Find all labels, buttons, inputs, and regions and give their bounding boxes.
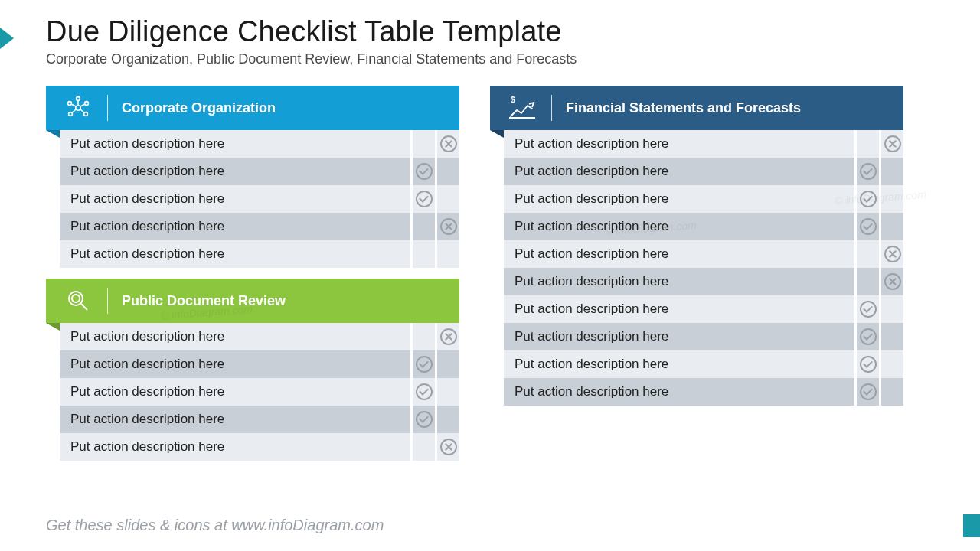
- check-cell: [854, 158, 879, 185]
- cross-cell: [879, 130, 903, 158]
- check-cell: [410, 158, 435, 185]
- table-row: Put action description here: [504, 323, 903, 350]
- check-cell: [410, 378, 435, 406]
- row-label: Put action description here: [60, 439, 410, 455]
- table-row: Put action description here: [60, 185, 459, 213]
- check-cell: [854, 295, 879, 323]
- svg-line-4: [71, 104, 76, 106]
- cross-cell: [435, 433, 459, 461]
- svg-text:$: $: [511, 96, 515, 104]
- check-cell: [854, 185, 879, 213]
- page-title: Due Diligence Checklist Table Template: [46, 15, 934, 48]
- check-icon: [860, 383, 877, 400]
- check-cell: [410, 433, 435, 461]
- row-label: Put action description here: [504, 219, 854, 234]
- check-icon: [416, 356, 433, 373]
- magnifier-icon: [63, 288, 93, 314]
- cross-cell: [879, 378, 903, 406]
- svg-line-6: [80, 104, 85, 106]
- row-label: Put action description here: [504, 191, 854, 207]
- cross-cell: [435, 130, 459, 158]
- page-subtitle: Corporate Organization, Public Document …: [46, 51, 934, 67]
- table-row: Put action description here: [504, 295, 903, 323]
- section-financial: $ Financial Statements and Forecasts Put…: [490, 86, 903, 406]
- table-row: Put action description here: [60, 240, 459, 268]
- check-cell: [854, 240, 879, 268]
- row-label: Put action description here: [504, 164, 854, 179]
- check-cell: [854, 268, 879, 295]
- check-cell: [410, 240, 435, 268]
- cross-cell: [879, 350, 903, 378]
- accent-tab-left: [0, 28, 14, 49]
- rows-public: Put action description herePut action de…: [60, 323, 459, 461]
- row-label: Put action description here: [60, 384, 410, 399]
- svg-point-7: [69, 112, 73, 116]
- table-row: Put action description here: [504, 268, 903, 295]
- section-header-public: Public Document Review: [46, 279, 459, 323]
- check-icon: [860, 191, 877, 207]
- svg-point-12: [72, 295, 80, 302]
- table-row: Put action description here: [504, 213, 903, 240]
- check-cell: [854, 378, 879, 406]
- table-row: Put action description here: [60, 213, 459, 240]
- footer-text: Get these slides & icons at www.infoDiag…: [46, 517, 384, 534]
- check-cell: [410, 350, 435, 378]
- row-label: Put action description here: [60, 329, 410, 344]
- cross-cell: [879, 185, 903, 213]
- accent-tab-right: [963, 514, 980, 537]
- table-row: Put action description here: [504, 350, 903, 378]
- cross-cell: [435, 378, 459, 406]
- check-cell: [854, 213, 879, 240]
- row-label: Put action description here: [504, 246, 854, 262]
- rows-corporate: Put action description herePut action de…: [60, 130, 459, 268]
- table-row: Put action description here: [504, 185, 903, 213]
- slide: Due Diligence Checklist Table Template C…: [0, 0, 980, 551]
- svg-line-10: [80, 109, 84, 113]
- rows-financial: Put action description herePut action de…: [504, 130, 903, 406]
- cross-cell: [879, 240, 903, 268]
- cross-icon: [440, 135, 457, 152]
- cross-icon: [440, 218, 457, 235]
- check-cell: [854, 323, 879, 350]
- row-label: Put action description here: [504, 274, 854, 289]
- check-cell: [410, 185, 435, 213]
- table-row: Put action description here: [504, 158, 903, 185]
- table-row: Put action description here: [60, 323, 459, 350]
- check-cell: [410, 406, 435, 433]
- section-title-financial: Financial Statements and Forecasts: [566, 100, 801, 116]
- cross-cell: [879, 323, 903, 350]
- row-label: Put action description here: [60, 164, 410, 179]
- check-icon: [416, 163, 433, 180]
- table-row: Put action description here: [504, 378, 903, 406]
- section-corporate: Corporate Organization Put action descri…: [46, 86, 459, 268]
- check-icon: [860, 301, 877, 318]
- cross-cell: [879, 213, 903, 240]
- ribbon-notch: [490, 130, 504, 138]
- row-label: Put action description here: [504, 136, 854, 152]
- network-icon: [63, 94, 93, 122]
- check-cell: [410, 130, 435, 158]
- check-icon: [860, 328, 877, 345]
- svg-line-8: [72, 109, 76, 113]
- row-label: Put action description here: [60, 219, 410, 234]
- check-icon: [416, 383, 433, 400]
- svg-point-0: [76, 106, 80, 110]
- table-row: Put action description here: [60, 130, 459, 158]
- cross-icon: [884, 273, 901, 290]
- table-row: Put action description here: [60, 158, 459, 185]
- row-label: Put action description here: [60, 136, 410, 152]
- header-separator: [551, 95, 552, 121]
- ribbon-notch: [46, 130, 60, 138]
- right-column: $ Financial Statements and Forecasts Put…: [490, 86, 903, 471]
- cross-icon: [440, 328, 457, 345]
- check-cell: [410, 323, 435, 350]
- content-columns: Corporate Organization Put action descri…: [46, 86, 934, 471]
- cross-cell: [435, 213, 459, 240]
- check-cell: [854, 130, 879, 158]
- table-row: Put action description here: [60, 433, 459, 461]
- row-label: Put action description here: [60, 357, 410, 372]
- row-label: Put action description here: [60, 191, 410, 207]
- cross-cell: [879, 295, 903, 323]
- table-row: Put action description here: [60, 378, 459, 406]
- svg-point-1: [77, 97, 80, 101]
